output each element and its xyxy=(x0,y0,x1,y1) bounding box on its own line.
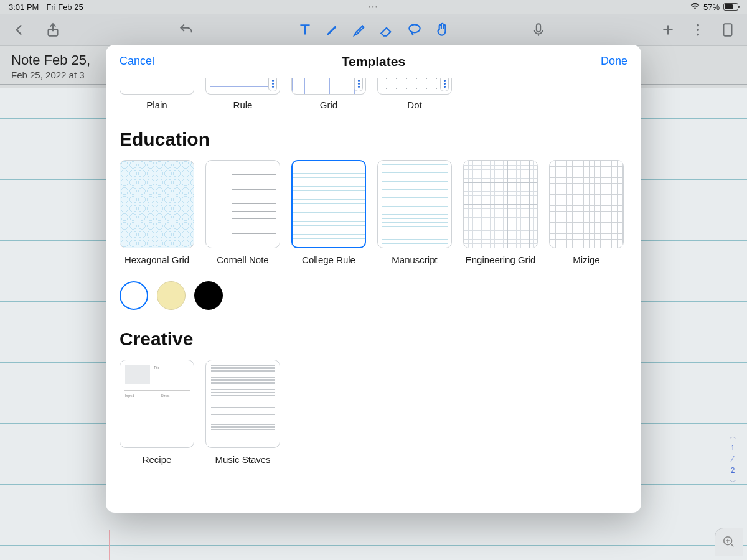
svg-rect-2 xyxy=(537,24,541,32)
template-label: College Rule xyxy=(302,254,355,265)
status-bar: 3:01 PM Fri Feb 25 ●●● 57% xyxy=(0,0,747,14)
template-plain[interactable] xyxy=(120,78,194,95)
back-button[interactable] xyxy=(11,22,27,38)
cancel-button[interactable]: Cancel xyxy=(120,55,154,68)
templates-modal: Cancel Templates Done Plain Rule xyxy=(106,45,641,513)
hand-tool-icon[interactable] xyxy=(434,22,450,38)
battery-percentage: 57% xyxy=(703,2,720,12)
template-label: Music Staves xyxy=(215,454,270,465)
template-college-rule[interactable] xyxy=(291,160,366,248)
status-time: 3:01 PM xyxy=(9,2,39,12)
template-label: Recipe xyxy=(143,454,172,465)
svg-rect-6 xyxy=(724,24,732,36)
wifi-icon xyxy=(690,2,700,12)
more-icon[interactable] xyxy=(440,78,449,91)
template-manuscript[interactable] xyxy=(377,160,452,248)
highlighter-tool-icon[interactable] xyxy=(352,22,368,38)
color-swatches xyxy=(120,281,627,310)
page-indicator[interactable]: ︿ 1 ⁄ 2 ﹀ xyxy=(723,432,742,487)
share-button[interactable] xyxy=(45,22,61,38)
undo-button[interactable] xyxy=(178,22,194,38)
template-label: Dot xyxy=(407,100,421,110)
template-label: Cornell Note xyxy=(217,254,268,265)
page-total: 2 xyxy=(731,466,735,475)
section-title-education: Education xyxy=(120,129,627,150)
template-rule[interactable] xyxy=(205,78,280,95)
add-button[interactable] xyxy=(660,22,676,38)
main-toolbar xyxy=(0,14,747,46)
lasso-tool-icon[interactable] xyxy=(406,22,423,38)
template-engineering-grid[interactable] xyxy=(463,160,538,248)
svg-point-5 xyxy=(697,33,699,35)
color-swatch-white[interactable] xyxy=(120,281,148,310)
more-icon[interactable] xyxy=(354,78,363,91)
text-tool-icon[interactable] xyxy=(297,22,313,38)
eraser-tool-icon[interactable] xyxy=(379,22,395,38)
more-icon[interactable] xyxy=(268,78,277,91)
template-hexagonal-grid[interactable] xyxy=(120,160,194,248)
svg-point-1 xyxy=(409,24,420,32)
svg-point-4 xyxy=(697,29,699,31)
battery-icon xyxy=(723,3,738,11)
page-current: 1 xyxy=(731,444,735,452)
template-label: Plain xyxy=(146,100,167,110)
modal-title: Templates xyxy=(342,54,405,69)
chevron-down-icon[interactable]: ﹀ xyxy=(730,477,736,487)
more-button[interactable] xyxy=(690,22,706,38)
done-button[interactable]: Done xyxy=(601,55,627,68)
svg-point-3 xyxy=(697,24,699,26)
template-label: Manuscript xyxy=(392,254,437,265)
template-cornell-note[interactable] xyxy=(205,160,280,248)
template-label: Engineering Grid xyxy=(466,254,536,265)
template-mizige[interactable] xyxy=(549,160,624,248)
color-swatch-cream[interactable] xyxy=(157,281,186,310)
template-label: Hexagonal Grid xyxy=(125,254,189,265)
multitask-dots-icon[interactable]: ●●● xyxy=(369,5,379,9)
template-label: Mizige xyxy=(573,254,599,265)
chevron-up-icon[interactable]: ︿ xyxy=(730,432,736,441)
pen-tool-icon[interactable] xyxy=(324,22,341,38)
template-label: Grid xyxy=(320,100,337,110)
status-date: Fri Feb 25 xyxy=(46,2,83,12)
color-swatch-black[interactable] xyxy=(194,281,223,310)
modal-header: Cancel Templates Done xyxy=(106,45,641,78)
template-dot[interactable] xyxy=(377,78,452,95)
microphone-icon[interactable] xyxy=(530,22,547,38)
template-music-staves[interactable] xyxy=(205,360,280,448)
template-label: Rule xyxy=(233,100,253,110)
pages-button[interactable] xyxy=(720,22,736,38)
modal-body[interactable]: Plain Rule Grid xyxy=(106,78,641,513)
zoom-in-button[interactable] xyxy=(715,528,743,556)
template-grid[interactable] xyxy=(291,78,366,95)
template-recipe[interactable]: Title Ingred Direct xyxy=(120,360,194,448)
section-title-creative: Creative xyxy=(120,329,627,350)
